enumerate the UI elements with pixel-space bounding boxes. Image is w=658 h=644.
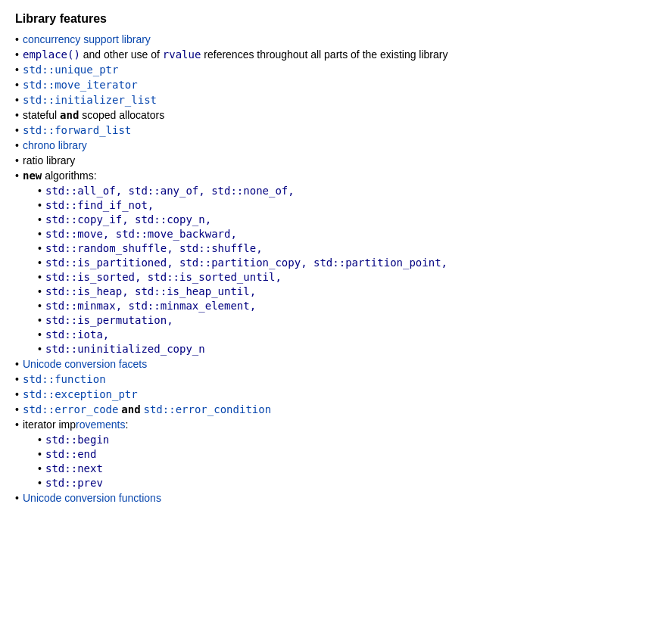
emplace-text2: references throughout all parts of the e… [204, 48, 448, 61]
list-item: concurrency support library [15, 33, 643, 45]
list-item: stateful and scoped allocators [15, 109, 643, 121]
alg-6: std::is_partitioned, std::partition_copy… [45, 257, 448, 269]
alg-3: std::copy_if, std::copy_n, [45, 213, 211, 226]
exception-ptr-link[interactable]: std::exception_ptr [23, 388, 138, 400]
main-list: concurrency support library emplace() an… [15, 33, 643, 504]
list-item: chrono library [15, 139, 643, 151]
sub-list-item: std::next [38, 462, 643, 474]
sub-list-item: std::minmax, std::minmax_element, [38, 300, 643, 312]
sub-list-item: std::copy_if, std::copy_n, [38, 213, 643, 226]
initializer-list-link[interactable]: std::initializer_list [23, 94, 157, 106]
list-item: std::move_iterator [15, 79, 643, 91]
list-item: std::forward_list [15, 124, 643, 136]
scoped-text: scoped allocators [82, 109, 164, 121]
iter-prev: std::prev [45, 477, 103, 489]
alg-11: std::iota, [45, 328, 109, 341]
alg-9: std::minmax, std::minmax_element, [45, 300, 256, 312]
alg-5: std::random_shuffle, std::shuffle, [45, 242, 263, 254]
page-title: Library features [15, 12, 643, 26]
algorithms-sub-list: std::all_of, std::any_of, std::none_of, … [38, 185, 643, 355]
sub-list-item: std::prev [38, 477, 643, 489]
unique-ptr-link[interactable]: std::unique_ptr [23, 64, 118, 76]
sub-list-item: std::is_permutation, [38, 314, 643, 326]
iterator-text: iterator imp [23, 418, 76, 431]
alg-10: std::is_permutation, [45, 314, 173, 326]
sub-list-item: std::is_partitioned, std::partition_copy… [38, 257, 643, 269]
list-item: iterator improvements: std::begin std::e… [15, 418, 643, 489]
sub-list-item: std::is_sorted, std::is_sorted_until, [38, 271, 643, 283]
sub-list-item: std::find_if_not, [38, 199, 643, 211]
sub-list-item: std::is_heap, std::is_heap_until, [38, 285, 643, 297]
alg-7: std::is_sorted, std::is_sorted_until, [45, 271, 282, 283]
sub-list-item: std::end [38, 448, 643, 460]
and-keyword2: and [121, 403, 140, 415]
error-condition-link[interactable]: std::error_condition [144, 403, 272, 415]
list-item: ratio library [15, 154, 643, 166]
list-item: emplace() and other use of rvalue refere… [15, 48, 643, 61]
error-code-link[interactable]: std::error_code [23, 403, 118, 415]
forward-list-link[interactable]: std::forward_list [23, 124, 131, 136]
iter-end: std::end [45, 448, 96, 460]
iterator-colon: : [125, 418, 128, 431]
alg-1: std::all_of, std::any_of, std::none_of, [45, 185, 295, 197]
list-item: new algorithms: std::all_of, std::any_of… [15, 170, 643, 355]
list-item: std::initializer_list [15, 94, 643, 106]
alg-4: std::move, std::move_backward, [45, 228, 237, 240]
concurrency-link[interactable]: concurrency support library [23, 33, 151, 45]
list-item: Unicode conversion facets [15, 358, 643, 370]
iter-begin: std::begin [45, 434, 109, 446]
rvalue-code: rvalue [163, 48, 201, 61]
improvements-link[interactable]: rovements [76, 418, 125, 431]
emplace-text: and other use of [83, 48, 163, 61]
list-item: std::error_code and std::error_condition [15, 403, 643, 415]
and-keyword: and [60, 109, 79, 121]
move-iterator-link[interactable]: std::move_iterator [23, 79, 138, 91]
alg-12: std::uninitialized_copy_n [45, 343, 205, 355]
list-item: Unicode conversion functions [15, 492, 643, 504]
chrono-link[interactable]: chrono library [23, 139, 87, 151]
emplace-code: emplace() [23, 48, 80, 61]
new-keyword: new [23, 170, 42, 182]
sub-list-item: std::move, std::move_backward, [38, 228, 643, 240]
sub-list-item: std::all_of, std::any_of, std::none_of, [38, 185, 643, 197]
iter-next: std::next [45, 462, 103, 474]
alg-2: std::find_if_not, [45, 199, 154, 211]
sub-list-item: std::iota, [38, 328, 643, 341]
stateful-text: stateful [23, 109, 60, 121]
iterator-sub-list: std::begin std::end std::next std::prev [38, 434, 643, 489]
sub-list-item: std::uninitialized_copy_n [38, 343, 643, 355]
alg-8: std::is_heap, std::is_heap_until, [45, 285, 256, 297]
algorithms-text: algorithms: [45, 170, 96, 182]
sub-list-item: std::begin [38, 434, 643, 446]
unicode-functions-link[interactable]: Unicode conversion functions [23, 492, 161, 504]
function-link[interactable]: std::function [23, 373, 106, 385]
list-item: std::unique_ptr [15, 64, 643, 76]
unicode-facets-link[interactable]: Unicode conversion facets [23, 358, 147, 370]
ratio-text: ratio library [23, 154, 75, 166]
list-item: std::function [15, 373, 643, 385]
list-item: std::exception_ptr [15, 388, 643, 400]
sub-list-item: std::random_shuffle, std::shuffle, [38, 242, 643, 254]
